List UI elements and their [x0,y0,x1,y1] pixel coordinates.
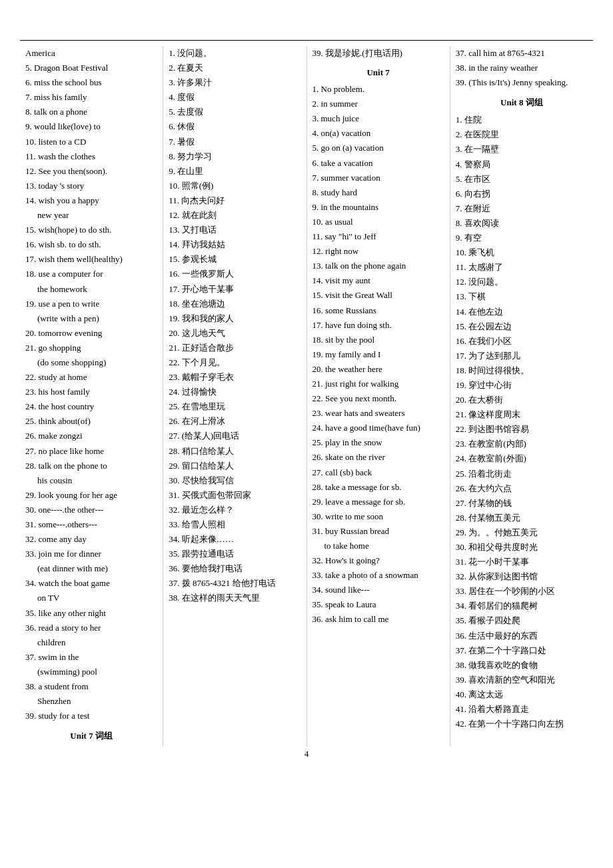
col2-item-18: 18. 坐在池塘边 [169,297,301,311]
column-1: America 5. Dragon Boat Festival 6. miss … [20,46,163,746]
col3-item-31b: to take home [312,539,444,553]
col1-item-37b: (swimming) pool [25,665,157,679]
col1-item-34a: 34. watch the boat game [25,576,157,591]
col2-item-36: 36. 要他给我打电话 [169,561,301,576]
col1-item-26: 26. make zongzi [25,429,157,443]
col2-item-4: 4. 度假 [169,90,301,105]
col2-item-2: 2. 在夏天 [169,61,301,75]
col1-item-20: 20. tomorrow evening [25,326,157,341]
col4-item-23: 23. 在教室前(内部) [456,437,588,451]
col3-item-8: 8. study hard [312,185,444,200]
col2-item-34: 34. 听起来像…… [169,532,301,547]
col3-item-34: 34. sound like--- [312,583,444,597]
col2-item-11: 11. 向杰夫问好 [169,193,301,208]
col2-item-38: 38. 在这样的雨天天气里 [169,591,301,605]
col1-item-10: 10. listen to a CD [25,135,157,149]
col4-item-26: 26. 在大约六点 [456,481,588,496]
col2-item-29: 29. 留口信给某人 [169,459,301,473]
col4-item-39: 39. 喜欢清新的空气和阳光 [456,673,588,687]
col4-section-title: Unit 8 词组 [456,97,588,109]
col1-item-13: 13. today 's story [25,179,157,193]
col1-item-17: 17. wish them well(healthy) [25,252,157,267]
col3-item-1: 1. No problem. [312,82,444,97]
col1-item-16: 16. wish sb. to do sth. [25,237,157,252]
col1-item-america: America [25,46,157,61]
col3-item-14: 14. visit my aunt [312,273,444,288]
col2-item-37: 37. 拨 8765-4321 给他打电话 [169,576,301,591]
col4-item-16: 16. 在我们小区 [456,334,588,349]
col1-item-15: 15. wish(hope) to do sth. [25,223,157,237]
col1-item-18b: the homework [25,282,157,297]
col4-item-14: 14. 在他左边 [456,305,588,319]
col4-item-35: 35. 看猴子四处爬 [456,613,588,628]
col1-item-14b: new year [25,208,157,223]
col4-item-27: 27. 付某物的钱 [456,496,588,511]
col4-item-28: 28. 付某物五美元 [456,511,588,525]
col3-item-29: 29. leave a message for sb. [312,495,444,509]
col2-item-20: 20. 这儿地天气 [169,326,301,341]
col4-item-32: 32. 从你家到达图书馆 [456,569,588,584]
col1-item-36a: 36. read a story to her [25,621,157,635]
col1-item-36b: children [25,635,157,650]
col4-item-12: 12. 没问题。 [456,275,588,289]
col4-item-30: 30. 和祖父母共度时光 [456,540,588,555]
col3-item-7: 7. summer vacation [312,171,444,185]
col3-item-22: 22. See you next month. [312,391,444,406]
col4-item-25: 25. 沿着北街走 [456,467,588,481]
col4-item-6: 6. 向右拐 [456,187,588,201]
col4-item-29: 29. 为。。付她五美元 [456,525,588,540]
col4-item-top-39: 39. (This is/It's) Jenny speaking. [456,75,588,90]
col4-item-17: 17. 为了达到那儿 [456,349,588,363]
col3-item-6: 6. take a vacation [312,156,444,171]
col1-section-title: Unit 7 词组 [25,730,157,742]
col3-item-9: 9. in the mountains [312,200,444,215]
col4-item-24: 24. 在教室前(外面) [456,451,588,466]
col1-item-21b: (do some shopping) [25,355,157,370]
col4-item-5: 5. 在市区 [456,172,588,187]
col1-item-22: 22. study at home [25,370,157,385]
col4-item-8: 8. 喜欢阅读 [456,216,588,231]
col3-item-top: 39. 我是珍妮.(打电话用) [312,46,444,61]
col1-item-6: 6. miss the school bus [25,75,157,90]
col1-item-33a: 33. join me for dinner [25,547,157,561]
col4-item-4: 4. 警察局 [456,157,588,172]
col3-item-27: 27. call (sb) back [312,465,444,480]
col2-item-35: 35. 跟劳拉通电话 [169,547,301,561]
col4-item-41: 41. 沿着大桥路直走 [456,702,588,717]
col3-item-2: 2. in summer [312,97,444,111]
col3-item-17: 17. have fun doing sth. [312,318,444,333]
col4-item-36: 36. 生活中最好的东西 [456,629,588,643]
col1-item-38b: Shenzhen [25,694,157,709]
col4-item-7: 7. 在附近 [456,201,588,216]
col1-item-25: 25. think about(of) [25,414,157,429]
col2-item-9: 9. 在山里 [169,164,301,179]
col1-item-21a: 21. go shopping [25,341,157,355]
col2-item-19: 19. 我和我的家人 [169,311,301,326]
col1-item-35: 35. like any other night [25,606,157,621]
col4-item-3: 3. 在一隔壁 [456,142,588,157]
col3-item-18: 18. sit by the pool [312,333,444,347]
col4-item-31: 31. 花一小时干某事 [456,555,588,569]
col3-item-31a: 31. buy Russian bread [312,524,444,539]
col2-item-7: 7. 暑假 [169,135,301,149]
col3-item-12: 12. right now [312,244,444,259]
col4-item-37: 37. 在第二个十字路口处 [456,643,588,658]
col1-item-27: 27. no place like home [25,444,157,459]
col4-item-11: 11. 太感谢了 [456,260,588,275]
col3-item-15: 15. visit the Great Wall [312,288,444,303]
col1-item-34b: on TV [25,591,157,605]
col1-item-11: 11. wash the clothes [25,149,157,164]
col4-item-15: 15. 在公园左边 [456,319,588,334]
col1-item-8: 8. talk on a phone [25,105,157,119]
col2-item-27: 27. (给某人)回电话 [169,429,301,443]
col4-item-9: 9. 有空 [456,231,588,245]
col2-item-6: 6. 休假 [169,119,301,134]
col4-item-18: 18. 时间过得很快。 [456,363,588,378]
col1-item-23: 23. his host family [25,385,157,399]
col2-item-25: 25. 在雪地里玩 [169,399,301,414]
column-2: 1. 没问题。 2. 在夏天 3. 许多果汁 4. 度假 5. 去度假 6. 休… [163,46,306,746]
col4-item-top-37: 37. call him at 8765-4321 [456,46,588,61]
col2-item-3: 3. 许多果汁 [169,75,301,90]
col3-item-32: 32. How's it going? [312,553,444,568]
col2-item-14: 14. 拜访我姑姑 [169,237,301,252]
